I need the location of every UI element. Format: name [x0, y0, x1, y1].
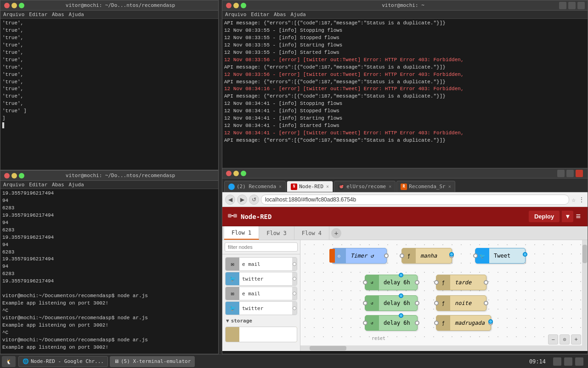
canvas-scrollbar-horizontal[interactable] [300, 345, 582, 351]
menu-arquivo-left[interactable]: Arquivo [3, 12, 24, 17]
browser-ctrl-3[interactable] [576, 170, 583, 177]
tab-close-recomendasp[interactable]: × [448, 184, 451, 189]
storage-category[interactable]: ▼ storage [222, 316, 300, 326]
timer-node[interactable]: ⊙ Timer ↺ [332, 248, 387, 264]
delay3-node[interactable]: ↺ delay 6h [365, 315, 418, 331]
flow-canvas[interactable]: ⊙ Timer ↺ ƒ manha [300, 240, 588, 351]
noite-node[interactable]: ƒ noite [436, 295, 486, 311]
tweet-node[interactable]: 🐦 Tweet [475, 248, 526, 264]
close-btn-left-bot[interactable] [4, 173, 10, 178]
madrugada-node[interactable]: ƒ madrugada [436, 315, 491, 331]
flow-tab-flow1-label: Flow 1 [232, 230, 251, 236]
tab-nodered[interactable]: N Node-RED × [287, 181, 333, 192]
menu-editar-left[interactable]: Editar [29, 12, 47, 17]
max-btn-left[interactable] [19, 3, 24, 8]
manha-node[interactable]: ƒ manha [401, 248, 452, 264]
battery-icon[interactable] [575, 357, 583, 366]
tab-github[interactable]: 🐙 elUrso/recome × [334, 181, 396, 192]
close-btn-left[interactable] [4, 3, 10, 8]
sidebar-node-twitter-2-label: twitter [239, 302, 292, 315]
tab-twitter[interactable]: (2) Recomenda × [224, 181, 286, 192]
tab-close-nodered[interactable]: × [326, 184, 329, 189]
max-btn-browser[interactable] [241, 171, 246, 176]
sidebar-node-email-2[interactable]: ✉ e mail [225, 287, 297, 300]
start-menu-button[interactable]: 🐧 [2, 356, 16, 367]
menu-arquivo-lb[interactable]: Arquivo [3, 182, 24, 188]
menu-arquivo-right[interactable]: Arquivo [225, 12, 246, 17]
term-line: 19.35579196217494 [2, 190, 216, 197]
flow-tab-flow4[interactable]: Flow 4 [294, 226, 329, 240]
sidebar-node-storage-1-label [239, 327, 297, 342]
delay2-node[interactable]: ↺ delay 6h [365, 295, 418, 311]
menu-editar-right[interactable]: Editar [251, 12, 269, 17]
term-line: 'true', [2, 49, 216, 57]
min-btn-browser[interactable] [233, 171, 239, 176]
terminal-right-menubar: Arquivo Editar Abas Ajuda [222, 11, 588, 19]
forward-button[interactable]: ▶ [237, 195, 247, 205]
sidebar-node-email-1[interactable]: ✉ e mail [225, 257, 297, 271]
term-line: 12 Nov 08:33:55 - [info] Stopped flows [224, 34, 586, 42]
hamburger-menu-button[interactable]: ≡ [573, 209, 583, 224]
reload-button[interactable]: ↺ [249, 195, 259, 205]
term-right-btn1[interactable] [559, 2, 566, 9]
node-filter-input[interactable] [225, 242, 298, 252]
add-flow-tab-button[interactable]: + [331, 228, 341, 238]
deploy-button[interactable]: Deploy [529, 211, 560, 222]
zoom-out-button[interactable]: − [548, 334, 558, 345]
tarde-node[interactable]: ƒ tarde [436, 275, 486, 290]
browser-ctrl-1[interactable] [557, 170, 565, 177]
menu-abas-left[interactable]: Abas [52, 12, 64, 17]
flow-tab-flow4-label: Flow 4 [302, 230, 322, 236]
sidebar-node-twitter-1[interactable]: 🐦 twitter [225, 272, 297, 286]
close-btn-right[interactable] [226, 3, 232, 8]
sidebar-node-twitter-2[interactable]: 🐦 twitter [225, 301, 297, 315]
tab-favicon-github: 🐙 [338, 184, 345, 190]
madrugada-port-in [434, 321, 439, 325]
address-bar[interactable] [261, 195, 569, 205]
sidebar-node-email-1-icon: ✉ [226, 257, 239, 271]
zoom-in-button[interactable]: + [571, 334, 581, 345]
close-btn-browser[interactable] [226, 171, 232, 176]
tab-close-github[interactable]: × [389, 184, 391, 189]
browser-ctrl-2[interactable] [566, 170, 574, 177]
min-btn-left-bot[interactable] [11, 173, 17, 178]
menu-editar-lb[interactable]: Editar [29, 182, 47, 188]
max-btn-left-bot[interactable] [19, 173, 24, 178]
nodered-logo: Node-RED [227, 210, 271, 223]
zoom-reset-button[interactable]: ⊙ [560, 334, 570, 345]
browser-menu-icon[interactable]: ⋮ [578, 196, 585, 203]
min-btn-left[interactable] [11, 3, 17, 8]
menu-ajuda-lb[interactable]: Ajuda [69, 182, 84, 188]
sidebar-node-storage-1[interactable] [225, 327, 297, 342]
volume-icon[interactable] [564, 357, 572, 366]
term-line: vitor@mochi:~/Documentos/recomendasp$ no… [2, 337, 216, 344]
canvas-scrollbar-vertical[interactable] [582, 240, 588, 351]
tab-recomendasp[interactable]: R Recomenda_Sr × [396, 181, 455, 192]
back-button[interactable]: ◀ [225, 195, 235, 205]
term-right-btn3[interactable] [577, 2, 585, 9]
tab-favicon-twitter [228, 184, 235, 190]
taskbar-item-chrome[interactable]: 🌐 Node-RED - Google Chr... [18, 356, 108, 367]
network-icon[interactable] [553, 357, 561, 366]
terminal-right-content: API message: {"errors":[{"code":187,"mes… [222, 19, 588, 167]
clock-display: 09:14 [529, 358, 546, 365]
menu-ajuda-right[interactable]: Ajuda [291, 12, 306, 17]
tab-close-twitter[interactable]: × [279, 184, 282, 189]
flow-tab-flow3[interactable]: Flow 3 [259, 226, 294, 240]
term-line: 'true', [2, 93, 216, 100]
bookmark-star-icon[interactable]: ☆ [572, 196, 576, 203]
delay1-node[interactable]: ↺ delay 6h [365, 275, 418, 290]
term-line: 12 Nov 08:33:56 - [error] [twitter out:T… [224, 71, 586, 79]
taskbar-item-terminal[interactable]: 🖥 (5) X-terminal-emulator [110, 356, 195, 367]
menu-abas-lb[interactable]: Abas [52, 182, 64, 188]
max-btn-right[interactable] [241, 3, 246, 8]
min-btn-right[interactable] [233, 3, 239, 8]
term-right-btn2[interactable] [568, 2, 576, 9]
menu-abas-right[interactable]: Abas [274, 12, 286, 17]
menu-ajuda-left[interactable]: Ajuda [69, 12, 84, 17]
tarde-port-out [484, 280, 488, 285]
flow-tab-flow1[interactable]: Flow 1 [224, 226, 259, 240]
delay2-port-in [363, 301, 368, 305]
taskbar-clock: 09:14 [525, 358, 550, 365]
deploy-dropdown-button[interactable]: ▼ [561, 211, 573, 222]
